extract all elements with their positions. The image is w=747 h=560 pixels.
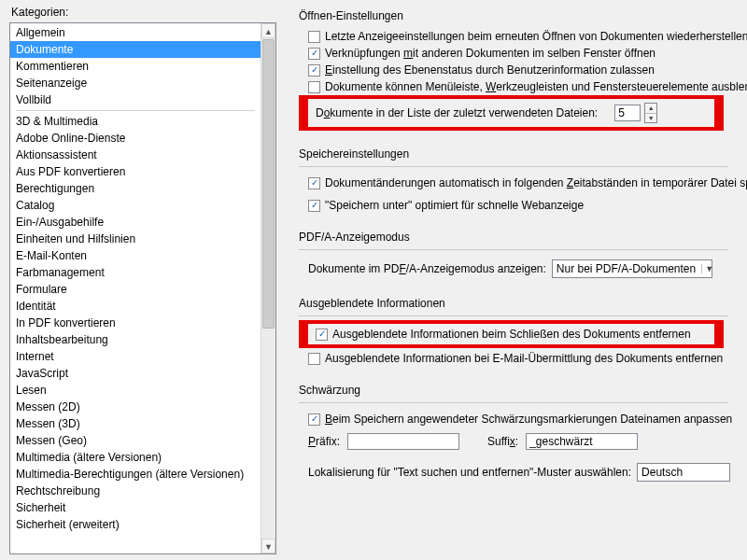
recent-files-highlight: Dokumente in der Liste der zuletzt verwe… bbox=[299, 95, 724, 131]
scrollbar[interactable]: ▲ ▼ bbox=[261, 23, 275, 553]
category-item[interactable]: Multimedia-Berechtigungen (ältere Versio… bbox=[10, 466, 261, 483]
save-settings-title: Speichereinstellungen bbox=[299, 147, 747, 162]
hide-menubar-checkbox[interactable] bbox=[308, 81, 320, 93]
category-item[interactable]: Berechtigungen bbox=[10, 180, 261, 197]
recent-files-input[interactable]: 5 bbox=[614, 105, 641, 121]
category-item[interactable]: E-Mail-Konten bbox=[10, 247, 261, 264]
locale-label: Lokalisierung für "Text suchen und entfe… bbox=[308, 466, 631, 479]
category-item[interactable]: Messen (Geo) bbox=[10, 432, 261, 449]
category-item[interactable]: Multimedia (ältere Versionen) bbox=[10, 449, 261, 466]
settings-panel: Öffnen-Einstellungen Letzte Anzeigeeinst… bbox=[280, 0, 747, 560]
restore-view-label: Letzte Anzeigeeinstellungen beim erneute… bbox=[325, 30, 747, 43]
list-separator bbox=[16, 110, 255, 111]
suffix-input[interactable]: _geschwärzt bbox=[526, 433, 638, 450]
category-item[interactable]: Rechtschreibung bbox=[10, 483, 261, 499]
remove-hidden-close-highlight: Ausgeblendete Informationen beim Schließ… bbox=[299, 320, 724, 348]
prefix-label: Präfix: bbox=[308, 435, 340, 448]
dropdown-arrow-icon: ▼ bbox=[701, 264, 713, 273]
autosave-checkbox[interactable] bbox=[308, 177, 320, 189]
category-item[interactable]: Dokumente bbox=[10, 41, 261, 58]
suffix-label: Suffix: bbox=[487, 435, 518, 448]
category-item[interactable]: Sicherheit bbox=[10, 499, 261, 516]
category-item[interactable]: Aktionsassistent bbox=[10, 147, 261, 163]
pdfa-select-value: Nur bei PDF/A-Dokumenten bbox=[557, 262, 696, 275]
restore-view-checkbox[interactable] bbox=[308, 31, 320, 43]
prefix-input[interactable] bbox=[347, 433, 459, 450]
layer-state-label: Einstellung des Ebenenstatus durch Benut… bbox=[325, 63, 655, 77]
layer-state-checkbox[interactable] bbox=[308, 64, 320, 77]
scroll-up-button[interactable]: ▲ bbox=[261, 23, 275, 38]
divider bbox=[299, 166, 728, 167]
autosave-label: Dokumentänderungen automatisch in folgen… bbox=[325, 176, 747, 189]
category-item[interactable]: Adobe Online-Dienste bbox=[10, 130, 261, 147]
category-item[interactable]: Allgemein bbox=[10, 24, 261, 41]
pdfa-title: PDF/A-Anzeigemodus bbox=[299, 231, 747, 245]
locale-select[interactable]: Deutsch bbox=[637, 463, 730, 482]
spinner-down-icon[interactable]: ▼ bbox=[645, 114, 656, 123]
recent-files-spinner[interactable]: ▲ ▼ bbox=[644, 103, 657, 123]
category-item[interactable]: Messen (2D) bbox=[10, 399, 261, 415]
hide-menubar-label: Dokumente können Menüleiste, Werkzeuglei… bbox=[325, 80, 747, 93]
category-item[interactable]: Internet bbox=[10, 348, 261, 365]
category-item[interactable]: 3D & Multimedia bbox=[10, 113, 261, 130]
remove-hidden-close-label: Ausgeblendete Informationen beim Schließ… bbox=[332, 328, 691, 341]
category-item[interactable]: Kommentieren bbox=[10, 58, 261, 75]
remove-hidden-email-checkbox[interactable] bbox=[308, 353, 320, 365]
category-item[interactable]: Ein-/Ausgabehilfe bbox=[10, 214, 261, 231]
pdfa-select[interactable]: Nur bei PDF/A-Dokumenten ▼ bbox=[552, 259, 712, 278]
category-item[interactable]: JavaScript bbox=[10, 365, 261, 382]
categories-listbox[interactable]: AllgemeinDokumenteKommentierenSeitenanze… bbox=[9, 22, 276, 554]
categories-panel: Kategorien: AllgemeinDokumenteKommentier… bbox=[0, 0, 280, 560]
spinner-up-icon[interactable]: ▲ bbox=[645, 104, 656, 114]
open-links-label: Verknüpfungen mit anderen Dokumenten im … bbox=[325, 47, 655, 60]
remove-hidden-email-label: Ausgeblendete Informationen bei E-Mail-Ü… bbox=[325, 352, 723, 365]
category-item[interactable]: Inhaltsbearbeitung bbox=[10, 331, 261, 348]
category-item[interactable]: Vollbild bbox=[10, 91, 261, 108]
category-item[interactable]: Sicherheit (erweitert) bbox=[10, 516, 261, 533]
adjust-filename-checkbox[interactable] bbox=[308, 413, 320, 426]
scroll-down-button[interactable]: ▼ bbox=[261, 539, 275, 553]
category-item[interactable]: Lesen bbox=[10, 382, 261, 399]
category-item[interactable]: Formulare bbox=[10, 281, 261, 298]
open-links-checkbox[interactable] bbox=[308, 48, 320, 60]
recent-files-label: Dokumente in der Liste der zuletzt verwe… bbox=[316, 106, 598, 119]
category-item[interactable]: Catalog bbox=[10, 197, 261, 214]
locale-select-value: Deutsch bbox=[641, 466, 683, 479]
redaction-title: Schwärzung bbox=[299, 384, 747, 399]
category-item[interactable]: Identität bbox=[10, 298, 261, 315]
category-item[interactable]: In PDF konvertieren bbox=[10, 315, 261, 331]
divider bbox=[299, 249, 728, 250]
category-item[interactable]: Einheiten und Hilfslinien bbox=[10, 231, 261, 247]
fast-web-label: "Speichern unter" optimiert für schnelle… bbox=[325, 199, 584, 212]
category-item[interactable]: Messen (3D) bbox=[10, 415, 261, 432]
divider bbox=[299, 315, 728, 316]
divider bbox=[299, 402, 728, 403]
remove-hidden-close-checkbox[interactable] bbox=[316, 329, 328, 341]
scroll-thumb[interactable] bbox=[262, 39, 275, 329]
category-item[interactable]: Farbmanagement bbox=[10, 264, 261, 281]
hidden-info-title: Ausgeblendete Informationen bbox=[299, 297, 747, 312]
adjust-filename-label: Beim Speichern angewendeter Schwärzungsm… bbox=[325, 413, 732, 426]
pdfa-label: Dokumente im PDF/A-Anzeigemodus anzeigen… bbox=[308, 262, 546, 275]
categories-label: Kategorien: bbox=[11, 6, 276, 19]
category-item[interactable]: Aus PDF konvertieren bbox=[10, 163, 261, 180]
fast-web-checkbox[interactable] bbox=[308, 200, 320, 212]
category-item[interactable]: Seitenanzeige bbox=[10, 75, 261, 91]
open-settings-title: Öffnen-Einstellungen bbox=[299, 9, 747, 22]
